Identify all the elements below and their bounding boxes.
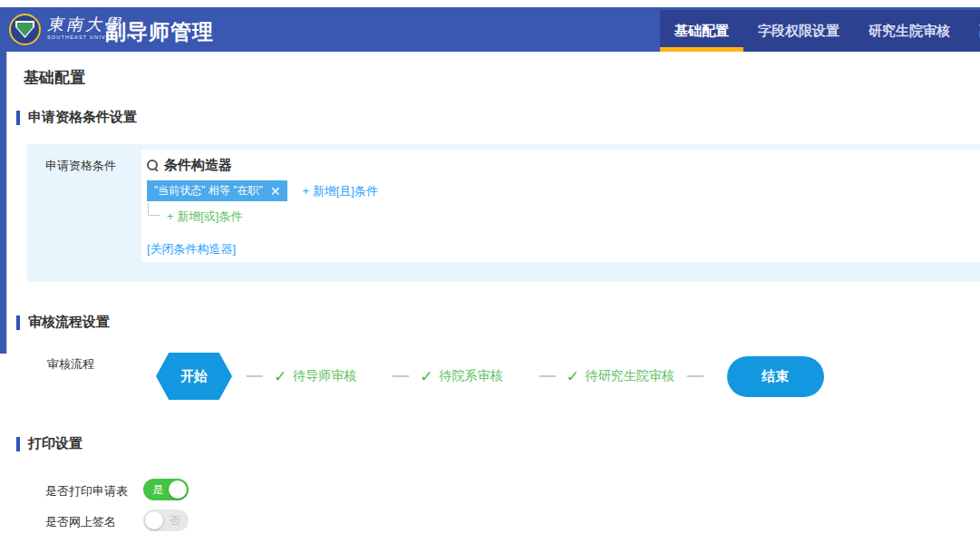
- condition-builder: 条件构造器 "当前状态" 相等 "在职" ✕ + 新增[且]条件 + 新增[或]…: [141, 150, 980, 262]
- tab-graduate-school-review[interactable]: 研究生院审核: [854, 10, 965, 52]
- workflow-field-label: 审核流程: [47, 356, 94, 373]
- eligibility-panel: 申请资格条件 条件构造器 "当前状态" 相等 "在职" ✕ + 新增[且]条件 …: [27, 144, 980, 282]
- toggle-state-text: 否: [170, 514, 180, 527]
- workflow-connector: [687, 375, 703, 377]
- add-or-condition-link[interactable]: + 新增[或]条件: [167, 209, 242, 225]
- page-title: 基础配置: [24, 67, 85, 88]
- tab-field-permissions[interactable]: 字段权限设置: [743, 10, 854, 52]
- remove-condition-icon[interactable]: ✕: [270, 185, 281, 198]
- section-header-workflow: 审核流程设置: [16, 314, 110, 331]
- left-rail: [0, 52, 7, 354]
- toggle-knob: [145, 511, 163, 529]
- section-header-print: 打印设置: [16, 435, 82, 452]
- print-application-toggle[interactable]: 是: [143, 479, 189, 500]
- search-icon: [147, 160, 158, 170]
- condition-tag[interactable]: "当前状态" 相等 "在职" ✕: [147, 180, 287, 201]
- workflow-step-supervisor-review[interactable]: ✓ 待导师审核: [274, 368, 356, 384]
- eligibility-field-label: 申请资格条件: [45, 158, 116, 174]
- top-nav: 基础配置 字段权限设置 研究生院审核 副: [660, 10, 980, 52]
- add-and-condition-link[interactable]: + 新增[且]条件: [302, 183, 377, 199]
- or-branch-connector: [148, 203, 160, 216]
- workflow-step-graduate-school-review[interactable]: ✓ 待研究生院审核: [567, 368, 674, 384]
- section-header-eligibility: 申请资格条件设置: [16, 109, 137, 126]
- check-icon: ✓: [567, 369, 579, 384]
- section-bar: [16, 315, 20, 330]
- workflow-step-department-review[interactable]: ✓ 待院系审核: [420, 368, 502, 384]
- or-branch-row: + 新增[或]条件: [147, 209, 980, 225]
- online-signature-toggle[interactable]: 否: [143, 509, 189, 531]
- section-bar: [16, 111, 20, 125]
- condition-builder-title: 条件构造器: [147, 155, 980, 175]
- online-signature-label: 是否网上签名: [45, 514, 116, 530]
- app-title: 副导师管理: [105, 18, 214, 46]
- toggle-state-text: 是: [152, 483, 163, 496]
- close-builder-link[interactable]: [关闭条件构造器]: [147, 241, 236, 257]
- workflow-diagram: 开始 ✓ 待导师审核 ✓ 待院系审核 ✓ 待研究生院审核 结束: [156, 352, 824, 401]
- app-header: 東南大學 SOUTHEAST UNIVERSITY 副导师管理 基础配置 字段权…: [0, 7, 980, 52]
- tab-clipped[interactable]: 副: [965, 10, 980, 52]
- browser-top-strip: [0, 0, 980, 7]
- check-icon: ✓: [274, 369, 286, 384]
- toggle-knob: [169, 480, 187, 499]
- workflow-connector: [247, 375, 263, 377]
- workflow-connector: [539, 375, 556, 377]
- tab-basic-config[interactable]: 基础配置: [660, 10, 743, 52]
- section-bar: [16, 437, 20, 451]
- check-icon: ✓: [420, 369, 432, 384]
- workflow-connector: [393, 375, 409, 377]
- print-application-label: 是否打印申请表: [45, 483, 128, 500]
- workflow-start-node[interactable]: 开始: [156, 353, 232, 400]
- condition-row: "当前状态" 相等 "在职" ✕ + 新增[且]条件: [147, 180, 980, 201]
- workflow-end-node[interactable]: 结束: [727, 356, 824, 397]
- university-logo: [9, 14, 41, 45]
- logo-shield-icon: [15, 21, 34, 38]
